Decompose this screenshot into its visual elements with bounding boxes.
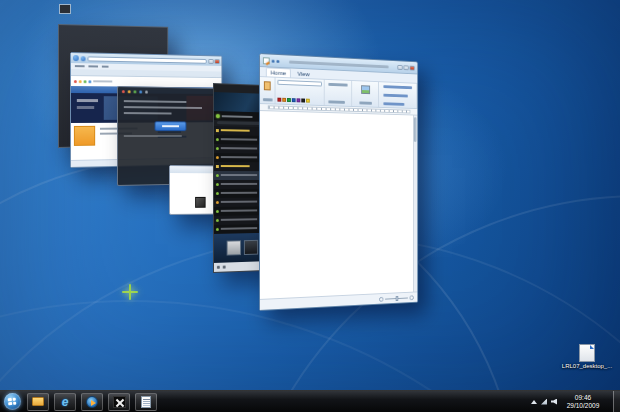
desktop-icon-label: LRL07_desktop_... bbox=[558, 363, 616, 370]
sprout-bar bbox=[129, 284, 131, 300]
presence-icon bbox=[216, 174, 219, 177]
highlight-swatch-icon[interactable] bbox=[306, 99, 310, 103]
start-button[interactable] bbox=[4, 393, 21, 410]
chat-text-line bbox=[124, 135, 181, 137]
close-button[interactable] bbox=[214, 59, 219, 64]
taskbar-clock[interactable]: 09:46 29/10/2009 bbox=[561, 394, 605, 410]
quick-access-save-icon[interactable] bbox=[272, 59, 275, 62]
wordpad-app-icon[interactable] bbox=[263, 57, 270, 64]
maximize-button[interactable] bbox=[403, 65, 408, 70]
list-buttons-icon[interactable] bbox=[328, 100, 345, 103]
folder-icon bbox=[32, 397, 44, 406]
menu-item[interactable] bbox=[102, 66, 109, 68]
desktop-icon-lrl07[interactable]: LRL07_desktop_... bbox=[558, 344, 616, 370]
contact-name-smudge bbox=[221, 192, 257, 194]
menu-item[interactable] bbox=[88, 65, 98, 67]
align-buttons-icon[interactable] bbox=[328, 83, 347, 87]
taskbar: e 09:46 29/10/2009 bbox=[0, 390, 620, 412]
wordpad-document-window[interactable]: Home View bbox=[259, 53, 418, 311]
chat-tool-icon[interactable] bbox=[122, 90, 125, 93]
back-button-icon[interactable] bbox=[73, 55, 79, 61]
group-label-smudge bbox=[262, 98, 272, 101]
show-desktop-button[interactable] bbox=[613, 391, 620, 412]
online-status-icon bbox=[216, 114, 220, 118]
font-family-dropdown[interactable] bbox=[277, 80, 321, 87]
color-swatch-icon[interactable] bbox=[287, 98, 291, 102]
minimize-button[interactable] bbox=[208, 59, 213, 64]
address-bar[interactable] bbox=[87, 56, 206, 63]
footer-icon[interactable] bbox=[223, 266, 226, 269]
presence-icon bbox=[216, 201, 219, 204]
chat-text-line bbox=[124, 106, 202, 109]
replace-button[interactable] bbox=[383, 94, 407, 98]
chat-tool-icon[interactable] bbox=[128, 90, 131, 93]
color-swatch-icon[interactable] bbox=[297, 98, 301, 102]
tab-home[interactable]: Home bbox=[266, 67, 291, 77]
vertical-scrollbar[interactable] bbox=[413, 115, 417, 291]
contact-name-smudge bbox=[221, 174, 257, 176]
chat-tool-icon[interactable] bbox=[145, 91, 148, 94]
chat-text-line bbox=[124, 112, 171, 114]
taskbar-item-wordpad[interactable] bbox=[135, 393, 157, 411]
ribbon-group-clipboard bbox=[260, 77, 276, 103]
tab-view[interactable]: View bbox=[294, 70, 314, 79]
contact-name-smudge bbox=[221, 228, 257, 231]
clock-date: 29/10/2009 bbox=[561, 402, 605, 410]
zoom-slider[interactable] bbox=[385, 297, 408, 299]
ie-e-icon: e bbox=[62, 396, 69, 408]
group-icon bbox=[216, 129, 219, 132]
scrollbar-thumb[interactable] bbox=[414, 117, 417, 141]
volume-icon[interactable] bbox=[551, 399, 557, 405]
ribbon-group-editing bbox=[379, 82, 417, 108]
taskbar-item-explorer[interactable] bbox=[27, 393, 49, 411]
quick-access-undo-icon[interactable] bbox=[276, 59, 279, 62]
presence-icon bbox=[216, 156, 219, 159]
color-swatch-icon[interactable] bbox=[277, 98, 281, 102]
group-label-smudge bbox=[359, 101, 372, 104]
presence-icon bbox=[216, 219, 219, 222]
color-swatch-icon[interactable] bbox=[301, 98, 305, 102]
ad-box[interactable] bbox=[74, 126, 95, 146]
insert-picture-icon[interactable] bbox=[361, 85, 370, 94]
banner-headline bbox=[77, 99, 98, 102]
color-swatch-icon[interactable] bbox=[292, 98, 296, 102]
taskbar-item-media-center[interactable] bbox=[108, 393, 130, 411]
hidden-icons-arrow-icon[interactable] bbox=[531, 400, 537, 404]
taskbar-item-media-player[interactable] bbox=[81, 393, 103, 411]
paste-icon[interactable] bbox=[264, 81, 271, 90]
messenger-logo-icon bbox=[243, 240, 257, 255]
username-smudge bbox=[222, 115, 253, 118]
forward-button-icon[interactable] bbox=[81, 56, 86, 61]
zoom-in-icon[interactable] bbox=[410, 295, 414, 300]
far-window-thumbnail[interactable] bbox=[59, 4, 71, 14]
document-page[interactable] bbox=[260, 111, 417, 299]
document-icon bbox=[141, 396, 151, 408]
chat-text-line bbox=[124, 100, 187, 103]
clock-time: 09:46 bbox=[561, 394, 605, 402]
group-label-smudge bbox=[221, 166, 250, 168]
find-button[interactable] bbox=[383, 85, 412, 89]
button-label-smudge bbox=[162, 125, 179, 127]
window-title-smudge bbox=[289, 60, 389, 68]
group-icon bbox=[216, 165, 219, 168]
select-all-button[interactable] bbox=[383, 102, 404, 106]
network-icon[interactable] bbox=[541, 399, 547, 405]
zoom-slider-thumb[interactable] bbox=[396, 296, 399, 301]
msn-butterfly-icon bbox=[88, 80, 91, 83]
ribbon-group-insert bbox=[352, 81, 379, 107]
wallpaper-green-sprout bbox=[122, 284, 138, 300]
color-swatch-icon[interactable] bbox=[282, 98, 286, 102]
zoom-out-icon[interactable] bbox=[379, 296, 383, 301]
menu-item[interactable] bbox=[75, 65, 85, 67]
taskbar-item-internet-explorer[interactable]: e bbox=[54, 393, 76, 411]
chat-tool-icon[interactable] bbox=[134, 90, 137, 93]
msn-search-box[interactable] bbox=[93, 80, 112, 82]
user-avatar[interactable] bbox=[226, 240, 240, 255]
minimize-button[interactable] bbox=[397, 65, 402, 70]
footer-icon[interactable] bbox=[217, 266, 220, 269]
chat-tool-icon[interactable] bbox=[139, 90, 142, 93]
chat-accept-button[interactable] bbox=[155, 121, 187, 131]
close-button[interactable] bbox=[410, 65, 415, 70]
msn-butterfly-icon bbox=[79, 80, 82, 83]
windows-orb-icon bbox=[8, 398, 17, 406]
